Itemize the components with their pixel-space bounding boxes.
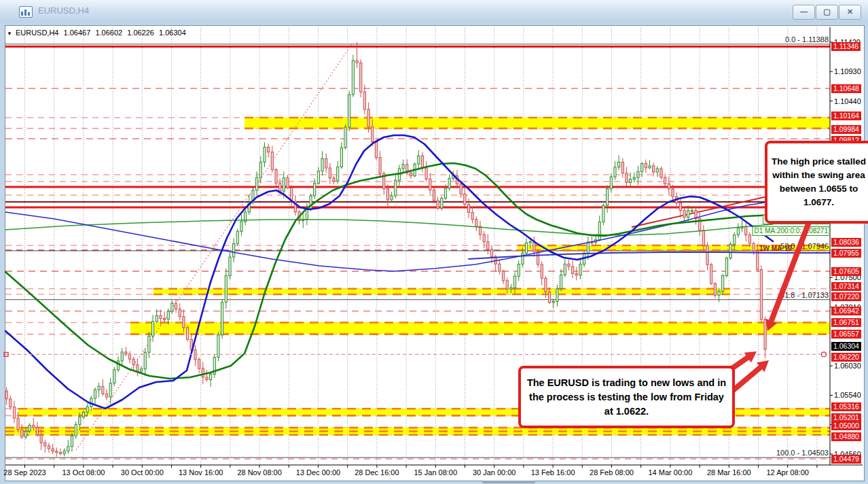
arrow-shaft[interactable] [772, 217, 811, 321]
annotation-box-new-lows[interactable]: The EURUSD is trading to new lows and in… [518, 366, 735, 428]
application-window: EURUSD,H4 — ▢ ✕ ▼EURUSD,H4 1.06467 1.066… [0, 0, 868, 484]
annotation-arrows[interactable] [0, 0, 868, 484]
annotation-box-swing-area[interactable]: The high price stalled within the swing … [765, 141, 868, 224]
